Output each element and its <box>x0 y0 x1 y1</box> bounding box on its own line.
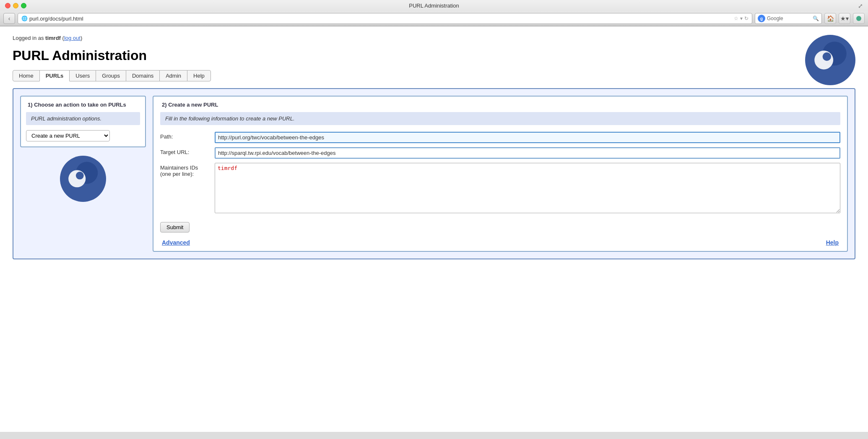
maintainers-row: Maintainers IDs (one per line): timrdf <box>160 163 840 214</box>
form-info: Fill in the following information to cre… <box>160 112 840 125</box>
nav-tabs: Home PURLs Users Groups Domains Admin He… <box>13 70 855 81</box>
bookmark-dropdown-icon[interactable]: ▾ <box>740 16 743 21</box>
logged-in-label: Logged in as <box>13 35 45 41</box>
search-box[interactable]: g Google 🔍 <box>755 13 822 24</box>
help-link[interactable]: Help <box>826 239 839 246</box>
main-panel: 1) Choose an action to take on PURLs PUR… <box>13 88 855 259</box>
logged-in-bar: Logged in as timrdf (log out) <box>13 35 855 41</box>
path-label: Path: <box>160 132 215 140</box>
window-title: PURL Administration <box>409 3 459 9</box>
maximize-button[interactable] <box>21 3 26 8</box>
target-label: Target URL: <box>160 147 215 155</box>
globe-icon: 🌐 <box>21 16 28 21</box>
search-magnifier-icon[interactable]: 🔍 <box>813 16 819 21</box>
url-display: purl.org/docs/purl.html <box>29 16 734 22</box>
left-section-title: 1) Choose an action to take on PURLs <box>26 102 140 108</box>
svg-point-8 <box>76 172 84 180</box>
tab-purls[interactable]: PURLs <box>39 70 70 81</box>
close-button[interactable] <box>5 3 10 8</box>
path-row: Path: <box>160 132 840 143</box>
logo-circle-large <box>805 35 855 85</box>
window-controls <box>5 3 26 8</box>
svg-point-4 <box>823 52 831 61</box>
google-icon: g <box>758 15 765 22</box>
title-bar: PURL Administration ⤢ <box>0 0 868 11</box>
logo-top-right <box>805 35 855 85</box>
page-content: Logged in as timrdf (log out) PURL Admin… <box>0 26 868 432</box>
bookmarks-button[interactable]: ★▾ <box>839 13 850 24</box>
username-display: timrdf <box>45 35 61 41</box>
action-select[interactable]: Create a new PURL Search for a PURL Modi… <box>26 130 110 141</box>
minimize-button[interactable] <box>13 3 18 8</box>
left-section-info: PURL administration options. <box>26 112 140 125</box>
maintainers-label-main: Maintainers IDs <box>160 165 198 171</box>
tab-home[interactable]: Home <box>13 70 40 81</box>
bookmark-icon[interactable]: ☆ <box>734 16 738 21</box>
toolbar: ‹ 🌐 purl.org/docs/purl.html ☆ ▾ ↻ g Goog… <box>0 11 868 26</box>
maintainers-textarea[interactable]: timrdf <box>215 163 840 213</box>
logo-svg-large <box>809 39 852 81</box>
home-button[interactable]: 🏠 <box>824 13 836 24</box>
browser-chrome: PURL Administration ⤢ ‹ 🌐 purl.org/docs/… <box>0 0 868 26</box>
maintainers-field: timrdf <box>215 163 840 214</box>
svg-point-3 <box>814 51 833 70</box>
maintainers-label-sub: (one per line): <box>160 171 194 177</box>
left-section-box: 1) Choose an action to take on PURLs PUR… <box>20 96 146 147</box>
tab-domains[interactable]: Domains <box>126 70 160 81</box>
page-title: PURL Administration <box>13 48 855 63</box>
search-input[interactable]: Google <box>767 16 813 21</box>
target-input[interactable] <box>215 147 840 159</box>
tab-help[interactable]: Help <box>187 70 211 81</box>
logo-bottom-left <box>20 156 146 202</box>
logo-svg-small <box>63 159 103 199</box>
tab-groups[interactable]: Groups <box>96 70 126 81</box>
left-section: 1) Choose an action to take on PURLs PUR… <box>20 96 146 252</box>
right-section-title: 2) Create a new PURL <box>160 102 840 108</box>
logout-link[interactable]: log out <box>64 35 81 41</box>
address-bar[interactable]: 🌐 purl.org/docs/purl.html ☆ ▾ ↻ <box>18 13 752 24</box>
path-input[interactable] <box>215 132 840 143</box>
svg-point-7 <box>68 170 86 187</box>
advanced-link[interactable]: Advanced <box>162 239 190 246</box>
right-section: 2) Create a new PURL Fill in the followi… <box>153 96 848 252</box>
fullscreen-button[interactable]: ⤢ <box>858 3 863 9</box>
target-row: Target URL: <box>160 147 840 159</box>
right-section-box: 2) Create a new PURL Fill in the followi… <box>153 96 848 252</box>
submit-button[interactable]: Submit <box>160 222 190 233</box>
footer-links: Advanced Help <box>160 239 840 246</box>
tab-admin[interactable]: Admin <box>159 70 187 81</box>
logo-circle-small <box>60 156 106 202</box>
tab-users[interactable]: Users <box>69 70 96 81</box>
maintainers-label: Maintainers IDs (one per line): <box>160 163 215 177</box>
address-bar-actions: ☆ ▾ ↻ <box>734 16 748 21</box>
target-field <box>215 147 840 159</box>
action-dropdown-wrapper: Create a new PURL Search for a PURL Modi… <box>26 130 140 141</box>
path-field <box>215 132 840 143</box>
back-button[interactable]: ‹ <box>3 13 15 24</box>
extensions-button[interactable] <box>853 13 865 24</box>
refresh-icon[interactable]: ↻ <box>744 16 748 21</box>
svg-point-0 <box>856 16 861 21</box>
